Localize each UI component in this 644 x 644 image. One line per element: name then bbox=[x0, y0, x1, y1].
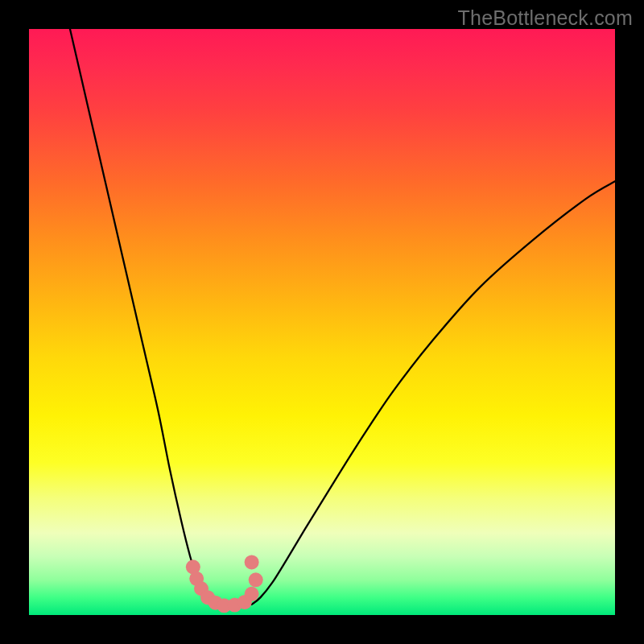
chart-frame: TheBottleneck.com bbox=[0, 0, 644, 644]
dot-group bbox=[186, 555, 263, 613]
data-dot bbox=[245, 587, 259, 601]
watermark-text: TheBottleneck.com bbox=[458, 6, 633, 30]
curve-group bbox=[70, 29, 615, 605]
chart-svg bbox=[29, 29, 615, 615]
curve-left-branch bbox=[70, 29, 213, 605]
data-dot bbox=[249, 572, 263, 587]
plot-area bbox=[29, 29, 615, 615]
curve-right-branch bbox=[252, 181, 615, 605]
data-dot bbox=[245, 555, 259, 569]
